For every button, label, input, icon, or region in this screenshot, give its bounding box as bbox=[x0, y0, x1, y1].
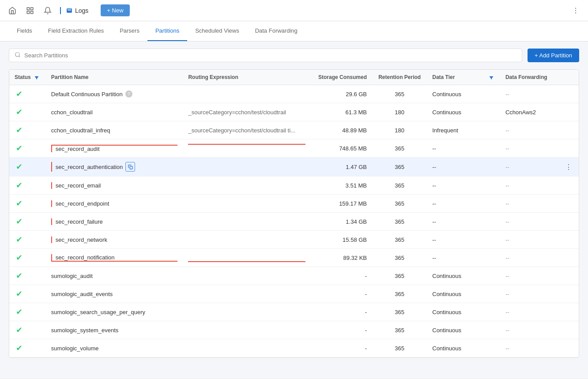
partition-name-text: sec_record_email bbox=[56, 182, 101, 189]
svg-rect-9 bbox=[130, 166, 132, 169]
retention-period-cell: 365 bbox=[372, 339, 427, 357]
more-options-icon[interactable] bbox=[569, 4, 583, 18]
tab-partitions[interactable]: Partitions bbox=[147, 21, 187, 41]
partition-name-text: sec_record_failure bbox=[56, 218, 103, 225]
filter-cell bbox=[482, 267, 500, 285]
partition-name-cell[interactable]: sumologic_volume bbox=[46, 339, 183, 357]
routing-expression-cell bbox=[183, 267, 311, 285]
table-row: ✔sumologic_volume-365Continuous-- bbox=[9, 339, 579, 357]
status-icon: ✔ bbox=[15, 344, 23, 353]
data-tier-cell: -- bbox=[427, 176, 482, 195]
partition-name-cell[interactable]: sec_record_authentication bbox=[46, 158, 183, 176]
tab-data-forwarding[interactable]: Data Forwarding bbox=[247, 21, 305, 41]
tab-scheduled-views[interactable]: Scheduled Views bbox=[187, 21, 247, 41]
table-header: Status Partition Name Routing Expression… bbox=[9, 70, 579, 85]
data-tier-cell: -- bbox=[427, 231, 482, 249]
retention-period-cell: 365 bbox=[372, 213, 427, 231]
col-header-datatier: Data Tier bbox=[427, 70, 482, 85]
row-actions-icon[interactable]: ⋮ bbox=[565, 163, 573, 171]
routing-expression-cell bbox=[183, 158, 311, 176]
filter-cell bbox=[482, 321, 500, 339]
table-row: ✔sec_record_authentication 1.47 GB365---… bbox=[9, 158, 579, 176]
retention-period-cell: 180 bbox=[372, 121, 427, 139]
table-row: ✔sec_record_endpoint159.17 MB365---- bbox=[9, 195, 579, 213]
partition-name-cell[interactable]: sec_record_endpoint bbox=[46, 195, 183, 213]
filter-cell bbox=[482, 303, 500, 321]
partition-name-cell[interactable]: Default Continuous Partition? bbox=[46, 85, 183, 103]
partitions-table: Status Partition Name Routing Expression… bbox=[9, 69, 579, 358]
actions-cell bbox=[559, 321, 579, 339]
col-header-forwarding: Data Forwarding bbox=[500, 70, 560, 85]
add-partition-button[interactable]: + Add Partition bbox=[528, 49, 579, 62]
retention-period-cell: 180 bbox=[372, 103, 427, 121]
home-icon[interactable] bbox=[5, 4, 19, 18]
copy-icon[interactable] bbox=[125, 162, 135, 172]
storage-consumed-cell: 29.6 GB bbox=[311, 85, 372, 103]
retention-period-cell: 365 bbox=[372, 303, 427, 321]
partition-name-cell[interactable]: sec_record_network bbox=[46, 231, 183, 249]
status-icon: ✔ bbox=[15, 308, 23, 316]
svg-rect-1 bbox=[31, 8, 33, 10]
partition-name-cell[interactable]: cchon_cloudtrail bbox=[46, 103, 183, 121]
search-box bbox=[9, 49, 522, 62]
partition-name-cell[interactable]: sumologic_audit bbox=[46, 267, 183, 285]
filter-cell bbox=[482, 339, 500, 357]
partition-name-cell[interactable]: sec_record_failure bbox=[46, 213, 183, 231]
status-icon: ✔ bbox=[15, 253, 23, 262]
partition-name-cell[interactable]: sumologic_system_events bbox=[46, 321, 183, 339]
tab-parsers[interactable]: Parsers bbox=[112, 21, 147, 41]
data-tier-cell: -- bbox=[427, 213, 482, 231]
partition-name-text: sumologic_audit_events bbox=[51, 291, 113, 297]
routing-expression-cell bbox=[183, 321, 311, 339]
routing-expression-cell bbox=[183, 303, 311, 321]
actions-cell bbox=[559, 213, 579, 231]
tab-field-extraction[interactable]: Field Extraction Rules bbox=[40, 21, 112, 41]
routing-expression-cell bbox=[183, 213, 311, 231]
storage-consumed-cell: 89.32 KB bbox=[311, 249, 372, 267]
status-icon: ✔ bbox=[15, 162, 23, 171]
col-header-partition-name: Partition Name bbox=[46, 70, 183, 85]
search-input[interactable] bbox=[24, 52, 516, 59]
table-row: ✔sumologic_audit-365Continuous-- bbox=[9, 267, 579, 285]
partition-name-cell[interactable]: sumologic_audit_events bbox=[46, 285, 183, 303]
grid-icon[interactable] bbox=[23, 4, 37, 18]
data-tier-cell: Continuous bbox=[427, 303, 482, 321]
partition-name-cell[interactable]: cchon_cloudtrail_infreq bbox=[46, 121, 183, 139]
partition-name-cell[interactable]: sec_record_notification bbox=[46, 249, 183, 267]
storage-consumed-cell: 3.51 MB bbox=[311, 176, 372, 195]
new-button[interactable]: + New bbox=[101, 4, 129, 16]
filter-cell bbox=[482, 85, 500, 103]
table-row: ✔sec_record_email3.51 MB365---- bbox=[9, 176, 579, 195]
actions-cell bbox=[559, 121, 579, 139]
storage-consumed-cell: 159.17 MB bbox=[311, 195, 372, 213]
data-tier-cell: Continuous bbox=[427, 339, 482, 357]
svg-rect-2 bbox=[27, 11, 29, 13]
table-row: ✔cchon_cloudtrail_sourceCategory=cchon/t… bbox=[9, 103, 579, 121]
datatier-filter-icon[interactable] bbox=[489, 75, 494, 80]
storage-consumed-cell: - bbox=[311, 321, 372, 339]
tab-fields[interactable]: Fields bbox=[9, 21, 40, 41]
col-header-filter bbox=[482, 70, 500, 85]
partition-name-text: cchon_cloudtrail bbox=[51, 109, 93, 116]
partition-name-text: sumologic_search_usage_per_query bbox=[51, 309, 145, 315]
routing-expression-cell bbox=[183, 285, 311, 303]
tab-bar: Fields Field Extraction Rules Parsers Pa… bbox=[0, 21, 588, 41]
svg-point-4 bbox=[575, 8, 576, 8]
partition-name-cell[interactable]: sec_record_audit bbox=[46, 139, 183, 158]
partition-name-cell[interactable]: sumologic_search_usage_per_query bbox=[46, 303, 183, 321]
retention-period-cell: 365 bbox=[372, 195, 427, 213]
help-icon[interactable]: ? bbox=[125, 90, 132, 98]
col-header-routing: Routing Expression bbox=[183, 70, 311, 85]
routing-expression-cell bbox=[183, 176, 311, 195]
partition-name-cell[interactable]: sec_record_email bbox=[46, 176, 183, 195]
status-icon: ✔ bbox=[15, 326, 23, 334]
status-icon: ✔ bbox=[15, 144, 23, 153]
bell-icon[interactable] bbox=[41, 4, 55, 18]
routing-expression-cell bbox=[183, 249, 311, 267]
status-filter-icon[interactable] bbox=[34, 75, 39, 80]
routing-expression-cell bbox=[183, 339, 311, 357]
storage-consumed-cell: - bbox=[311, 285, 372, 303]
data-forwarding-cell: -- bbox=[500, 231, 560, 249]
svg-line-8 bbox=[19, 56, 20, 57]
data-forwarding-cell: -- bbox=[500, 121, 560, 139]
